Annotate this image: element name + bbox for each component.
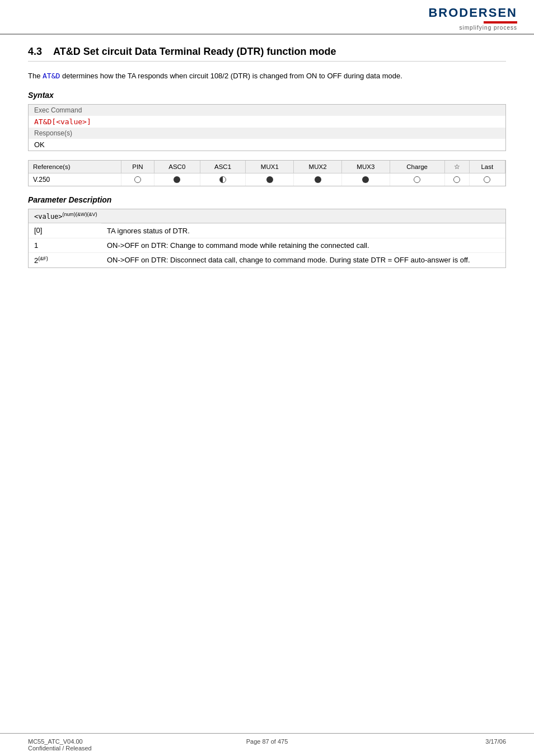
section-heading: 4.3 AT&D Set circuit Data Terminal Ready… [28,46,506,62]
circle-empty-icon [134,176,141,183]
footer-doc-id: MC55_ATC_V04.00 [28,738,188,745]
ref-col-asc1: ASC1 [200,161,246,173]
circle-empty-icon [453,176,460,183]
param-desc-title: Parameter Description [28,195,506,204]
param-desc-2: ON->OFF on DTR: Disconnect data call, ch… [101,252,505,267]
footer-left: MC55_ATC_V04.00 Confidential / Released [28,738,188,752]
param-name: <value> [34,213,63,220]
response-label: Response(s) [29,128,505,139]
ref-col-star: ☆ [444,161,469,173]
ref-col-pin: PIN [121,161,154,173]
table-row: 1 ON->OFF on DTR: Change to command mode… [29,238,505,252]
param-key-2: 2(&F) [29,252,101,267]
command-text: AT&D[<value>] [34,118,91,126]
table-row: 2(&F) ON->OFF on DTR: Disconnect data ca… [29,252,505,267]
inline-code-atd: AT&D [43,72,60,80]
ref-col-mux3: MUX3 [341,161,390,173]
ref-pin-v250 [121,173,154,186]
syntax-response: OK [29,139,505,151]
page-footer: MC55_ATC_V04.00 Confidential / Released … [0,733,534,756]
footer-page: Page 87 of 475 [188,738,347,752]
reference-table: Reference(s) PIN ASC0 ASC1 MUX1 MUX2 MUX… [29,161,505,186]
exec-command-label: Exec Command [29,105,505,116]
circle-empty-icon [414,176,420,183]
circle-filled-icon [266,176,273,183]
ref-mux3-v250 [341,173,390,186]
body-text: The AT&D determines how the TA responds … [28,71,506,82]
main-content: 4.3 AT&D Set circuit Data Terminal Ready… [0,35,534,288]
param-desc-0: TA ignores status of DTR. [101,223,505,238]
table-row: [0] TA ignores status of DTR. [29,223,505,238]
footer-confidential: Confidential / Released [28,745,188,752]
logo-bar [484,21,517,24]
ref-name-v250: V.250 [29,173,121,186]
syntax-command: AT&D[<value>] [29,116,505,128]
param-key-0: [0] [29,223,101,238]
logo-sub: simplifying process [460,25,517,31]
circle-filled-icon [315,176,321,183]
param-table-container: <value>(num)(&W)(&V) [0] TA ignores stat… [28,209,506,268]
ref-col-mux1: MUX1 [246,161,294,173]
ref-star-v250 [444,173,469,186]
ref-asc1-v250 [200,173,246,186]
ref-last-v250 [469,173,505,186]
ref-col-mux2: MUX2 [294,161,342,173]
reference-table-header-row: Reference(s) PIN ASC0 ASC1 MUX1 MUX2 MUX… [29,161,505,173]
param-superscript: (num)(&W)(&V) [63,212,97,217]
circle-empty-icon [484,176,490,183]
ref-col-asc0: ASC0 [154,161,200,173]
ref-col-charge: Charge [390,161,444,173]
table-row: V.250 [29,173,505,186]
circle-half-icon [219,176,226,183]
ref-mux1-v250 [246,173,294,186]
section-number: 4.3 [28,46,42,58]
ref-mux2-v250 [294,173,342,186]
ref-charge-v250 [390,173,444,186]
logo-area: BRODERSEN simplifying process [428,6,517,31]
ref-asc0-v250 [154,173,200,186]
ref-col-label: Reference(s) [29,161,121,173]
param-desc-1: ON->OFF on DTR: Change to command mode w… [101,238,505,252]
page-header: BRODERSEN simplifying process [0,0,534,35]
syntax-title: Syntax [28,91,506,100]
logo-text: BRODERSEN [428,6,517,20]
circle-filled-icon [362,176,369,183]
syntax-container: Exec Command AT&D[<value>] Response(s) O… [28,104,506,151]
param-key-1: 1 [29,238,101,252]
footer-date: 3/17/06 [346,738,506,752]
reference-table-container: Reference(s) PIN ASC0 ASC1 MUX1 MUX2 MUX… [28,160,506,186]
param-values-table: [0] TA ignores status of DTR. 1 ON->OFF … [29,223,505,267]
section-title: AT&D Set circuit Data Terminal Ready (DT… [53,46,336,58]
param-key-2-sup: (&F) [38,256,48,261]
ref-col-last: Last [469,161,505,173]
body-text-rest: determines how the TA responds when circ… [62,72,402,80]
param-header-row: <value>(num)(&W)(&V) [29,209,505,223]
circle-filled-icon [174,176,180,183]
